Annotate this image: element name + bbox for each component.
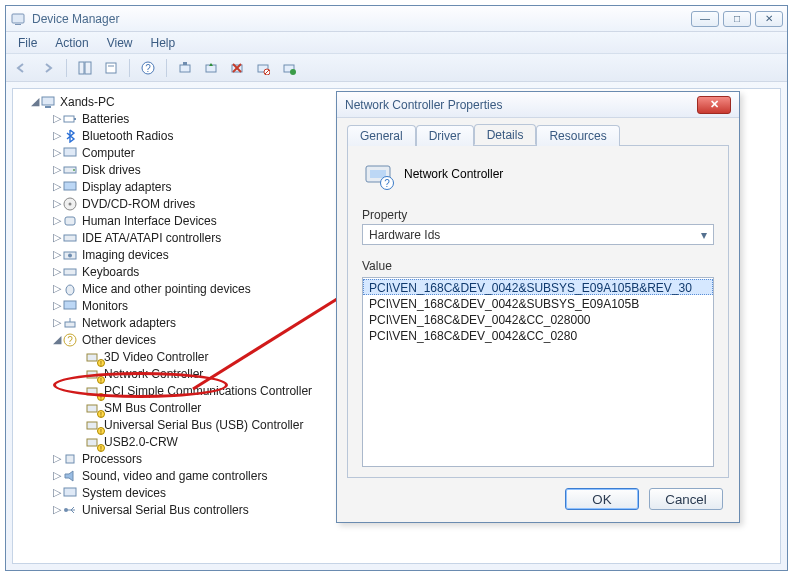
tree-item-label: Network adapters	[82, 316, 176, 330]
svg-rect-9	[183, 62, 187, 65]
expand-icon[interactable]: ▷	[51, 214, 62, 227]
cancel-button[interactable]: Cancel	[649, 488, 723, 510]
expand-icon[interactable]: ▷	[51, 163, 62, 176]
close-button[interactable]: ✕	[755, 11, 783, 27]
back-button[interactable]	[10, 57, 34, 79]
list-item[interactable]: PCI\VEN_168C&DEV_0042&SUBSYS_E09A105B&RE…	[363, 279, 713, 295]
svg-rect-22	[74, 118, 76, 120]
expand-icon[interactable]: ▷	[51, 503, 62, 516]
tab-details[interactable]: Details	[474, 124, 537, 145]
expand-icon[interactable]: ▷	[51, 452, 62, 465]
scan-hardware-button[interactable]	[173, 57, 197, 79]
toolbar: ?	[6, 54, 787, 82]
svg-rect-43	[87, 405, 97, 412]
show-hide-tree-button[interactable]	[73, 57, 97, 79]
value-listbox[interactable]: PCI\VEN_168C&DEV_0042&SUBSYS_E09A105B&RE…	[362, 277, 714, 467]
system-icon	[62, 485, 78, 501]
hid-icon	[62, 213, 78, 229]
ok-button[interactable]: OK	[565, 488, 639, 510]
expand-icon[interactable]: ▷	[51, 129, 62, 142]
svg-text:?: ?	[67, 335, 73, 346]
svg-rect-35	[64, 301, 76, 309]
dvd-icon	[62, 196, 78, 212]
tree-item-label: Display adapters	[82, 180, 171, 194]
other-devices-icon: ?	[62, 332, 78, 348]
expand-icon[interactable]: ▷	[51, 180, 62, 193]
tree-item-label: System devices	[82, 486, 166, 500]
tree-item-label: PCI Simple Communications Controller	[104, 384, 312, 398]
svg-point-25	[73, 169, 75, 171]
tab-general[interactable]: General	[347, 125, 416, 146]
tree-item-label: Keyboards	[82, 265, 139, 279]
expand-icon[interactable]: ▷	[51, 316, 62, 329]
svg-rect-29	[65, 217, 75, 225]
expand-icon[interactable]: ▷	[51, 197, 62, 210]
forward-button[interactable]	[36, 57, 60, 79]
expand-icon[interactable]: ▷	[51, 299, 62, 312]
uninstall-button[interactable]	[225, 57, 249, 79]
unknown-device-icon: !	[84, 400, 100, 416]
menu-help[interactable]: Help	[143, 34, 184, 52]
property-combo[interactable]: Hardware Ids ▾	[362, 224, 714, 245]
svg-point-18	[290, 69, 296, 75]
unknown-device-icon: !	[84, 383, 100, 399]
svg-rect-8	[180, 65, 190, 72]
dialog-close-button[interactable]: ✕	[697, 96, 731, 114]
svg-rect-1	[15, 24, 21, 25]
expand-icon[interactable]: ▷	[51, 248, 62, 261]
expand-icon[interactable]: ▷	[51, 486, 62, 499]
tree-item-label: Processors	[82, 452, 142, 466]
minimize-button[interactable]: ―	[691, 11, 719, 27]
maximize-button[interactable]: □	[723, 11, 751, 27]
camera-icon	[62, 247, 78, 263]
svg-rect-10	[206, 65, 216, 72]
unknown-device-icon: !	[84, 349, 100, 365]
tree-item-label: SM Bus Controller	[104, 401, 201, 415]
help-toolbar-button[interactable]: ?	[136, 57, 160, 79]
expand-icon[interactable]: ▷	[51, 282, 62, 295]
enable-button[interactable]	[277, 57, 301, 79]
list-item[interactable]: PCI\VEN_168C&DEV_0042&CC_0280	[363, 327, 713, 343]
tree-item-label: Universal Serial Bus controllers	[82, 503, 249, 517]
tab-resources[interactable]: Resources	[536, 125, 619, 146]
dialog-body: General Driver Details Resources ? Netwo…	[337, 118, 739, 522]
menu-file[interactable]: File	[10, 34, 45, 52]
window-title: Device Manager	[32, 12, 691, 26]
svg-point-28	[69, 202, 72, 205]
collapse-icon[interactable]: ◢	[29, 95, 40, 108]
svg-text:?: ?	[145, 63, 151, 74]
collapse-icon[interactable]: ◢	[51, 333, 62, 346]
unknown-device-icon: !	[84, 366, 100, 382]
svg-rect-40	[87, 354, 97, 361]
menu-view[interactable]: View	[99, 34, 141, 52]
tab-panel-details: ? Network Controller Property Hardware I…	[347, 146, 729, 478]
properties-dialog: Network Controller Properties ✕ General …	[336, 91, 740, 523]
warning-badge-icon: !	[97, 444, 105, 452]
list-item[interactable]: PCI\VEN_168C&DEV_0042&SUBSYS_E09A105B	[363, 295, 713, 311]
chevron-down-icon: ▾	[701, 228, 707, 242]
properties-toolbar-button[interactable]	[99, 57, 123, 79]
list-item[interactable]: PCI\VEN_168C&DEV_0042&CC_028000	[363, 311, 713, 327]
menu-action[interactable]: Action	[47, 34, 96, 52]
update-driver-button[interactable]	[199, 57, 223, 79]
expand-icon[interactable]: ▷	[51, 112, 62, 125]
tree-item-label: IDE ATA/ATAPI controllers	[82, 231, 221, 245]
expand-icon[interactable]: ▷	[51, 469, 62, 482]
tree-item-label: DVD/CD-ROM drives	[82, 197, 195, 211]
keyboard-icon	[62, 264, 78, 280]
expand-icon[interactable]: ▷	[51, 146, 62, 159]
svg-rect-20	[45, 106, 51, 108]
disable-button[interactable]	[251, 57, 275, 79]
tab-driver[interactable]: Driver	[416, 125, 474, 146]
device-large-icon: ?	[362, 158, 394, 190]
property-combo-value: Hardware Ids	[369, 228, 440, 242]
expand-icon[interactable]: ▷	[51, 265, 62, 278]
dialog-titlebar: Network Controller Properties ✕	[337, 92, 739, 118]
value-label: Value	[362, 259, 714, 273]
dialog-title: Network Controller Properties	[345, 98, 697, 112]
dialog-tabs: General Driver Details Resources	[347, 124, 729, 146]
ide-icon	[62, 230, 78, 246]
device-header: ? Network Controller	[362, 158, 714, 190]
tree-item-label: Batteries	[82, 112, 129, 126]
expand-icon[interactable]: ▷	[51, 231, 62, 244]
